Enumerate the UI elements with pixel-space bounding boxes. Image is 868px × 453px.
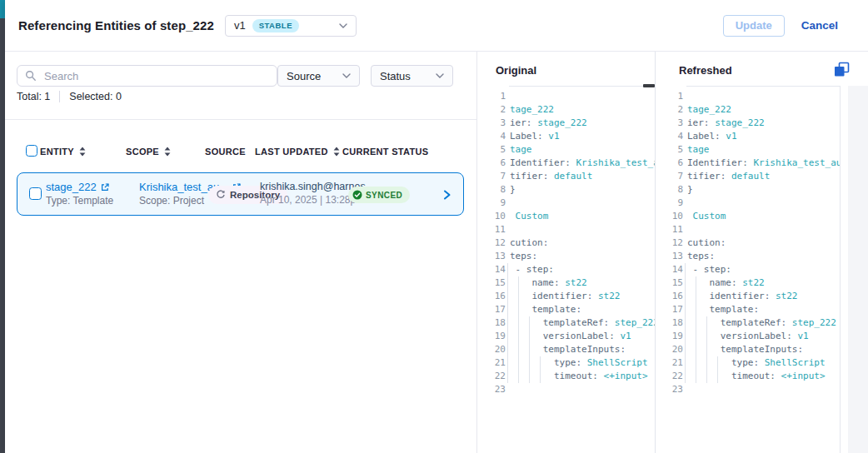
source-filter-dropdown[interactable]: Source <box>277 65 360 87</box>
indent-guide <box>507 343 508 356</box>
stable-badge: STABLE <box>252 19 299 32</box>
code-text: versionLabel: v1 <box>683 330 840 343</box>
code-line: 20 templateInputs: <box>655 343 840 356</box>
code-line: 4Label: v1 <box>477 130 655 143</box>
status-filter-dropdown[interactable]: Status <box>371 65 453 87</box>
status-badge: SYNCED <box>348 187 410 203</box>
entity-cell: stage_222 Type: Template <box>46 181 113 207</box>
indent-guide <box>518 330 519 343</box>
line-number: 12 <box>655 236 683 250</box>
indent-guide <box>717 370 718 383</box>
indent-guide <box>696 356 696 370</box>
line-number: 5 <box>655 143 683 157</box>
external-link-icon[interactable] <box>100 182 110 192</box>
line-number: 16 <box>655 290 683 303</box>
version-selector[interactable]: v1 STABLE <box>225 15 357 37</box>
entity-link[interactable]: stage_222 <box>46 181 97 193</box>
code-text: template: <box>506 303 655 316</box>
code-line: 8} <box>655 183 840 197</box>
code-text: - step: <box>506 263 655 276</box>
code-text: tage_222 <box>683 103 840 117</box>
indent-guide <box>706 330 707 343</box>
line-number: 18 <box>477 316 506 330</box>
code-text: name: st22 <box>506 276 655 290</box>
total-count: Total: 1 <box>17 91 50 102</box>
indent-guide <box>685 316 686 330</box>
line-number: 16 <box>477 290 506 303</box>
code-text: cution: <box>683 236 840 250</box>
indent-guide <box>706 343 707 356</box>
code-line: 9 <box>477 197 655 210</box>
referencing-entities-drawer: Referencing Entities of step_222 v1 STAB… <box>5 0 868 453</box>
sort-icon[interactable] <box>164 147 171 157</box>
code-text: timeout: <+input> <box>683 370 840 383</box>
code-text: Identifier: Krishika_test_aut <box>506 157 655 170</box>
update-button[interactable]: Update <box>723 15 785 37</box>
code-text: versionLabel: v1 <box>506 330 655 343</box>
indent-guide <box>685 330 686 343</box>
synced-check-icon <box>352 190 362 200</box>
code-text <box>683 383 840 396</box>
code-line: 23 <box>477 383 655 396</box>
indent-guide <box>507 370 508 383</box>
line-number: 9 <box>477 197 506 210</box>
table-row[interactable]: stage_222 Type: Template Krishika_test_a… <box>17 172 464 216</box>
indent-guide <box>518 356 519 370</box>
column-label: SCOPE <box>126 147 159 157</box>
code-line: 12cution: <box>655 236 840 250</box>
line-number: 3 <box>655 117 683 130</box>
chevron-down-icon <box>339 23 347 28</box>
line-number: 11 <box>477 223 506 236</box>
indent-guide <box>685 290 686 303</box>
refreshed-panel-title: Refreshed <box>679 64 732 77</box>
line-number: 17 <box>477 303 506 316</box>
code-line: 18 templateRef: step_222 <box>477 316 655 330</box>
code-line: 5tage <box>655 143 840 157</box>
code-line: 17 template: <box>655 303 840 316</box>
code-line: 4Label: v1 <box>655 130 840 143</box>
select-all-checkbox[interactable] <box>26 145 37 157</box>
line-number: 21 <box>477 356 506 370</box>
search-input[interactable] <box>42 69 269 83</box>
repository-icon <box>216 190 226 200</box>
drawer-header: Referencing Entities of step_222 v1 STAB… <box>5 0 868 52</box>
column-label: LAST UPDATED <box>255 147 328 157</box>
code-text: Custom <box>506 210 655 223</box>
refreshed-code-editor[interactable]: 12tage_2223ier: stage_2224Label: v15tage… <box>655 86 840 453</box>
code-text: Custom <box>683 210 840 223</box>
summary-divider <box>59 91 60 102</box>
indent-guide <box>696 290 696 303</box>
code-text: Label: v1 <box>683 130 840 143</box>
original-code-editor[interactable]: 12tage_2223ier: stage_2224Label: v15tage… <box>477 86 655 453</box>
section-divider <box>5 119 476 120</box>
code-text: identifier: st22 <box>683 290 840 303</box>
column-header-source: SOURCE <box>205 145 246 158</box>
code-line: 10 Custom <box>477 210 655 223</box>
indent-guide <box>507 290 508 303</box>
line-number: 21 <box>655 356 683 370</box>
code-text <box>506 383 655 396</box>
sort-icon[interactable] <box>333 147 340 157</box>
editor-edge-line <box>840 86 841 453</box>
indent-guide <box>685 303 686 316</box>
line-number: 10 <box>655 210 683 223</box>
code-line: 20 templateInputs: <box>477 343 655 356</box>
line-number: 8 <box>477 183 506 197</box>
code-line: 6Identifier: Krishika_test_aut <box>655 157 840 170</box>
row-checkbox[interactable] <box>29 187 42 200</box>
status-badge-label: SYNCED <box>366 191 402 200</box>
entity-type: Type: Template <box>46 195 113 207</box>
cancel-button[interactable]: Cancel <box>796 18 843 32</box>
vertical-scrollbar-gutter[interactable] <box>848 86 868 453</box>
code-text: tifier: default <box>683 170 840 183</box>
indent-guide <box>507 276 508 290</box>
sort-icon[interactable] <box>79 147 86 157</box>
copy-icon[interactable] <box>834 62 850 77</box>
line-number: 12 <box>477 236 506 250</box>
chevron-down-icon <box>342 73 351 78</box>
indent-guide <box>507 356 508 370</box>
line-number: 4 <box>655 130 683 143</box>
line-number: 4 <box>477 130 506 143</box>
code-line: 14 - step: <box>477 263 655 276</box>
row-chevron-right-icon[interactable] <box>441 189 452 201</box>
